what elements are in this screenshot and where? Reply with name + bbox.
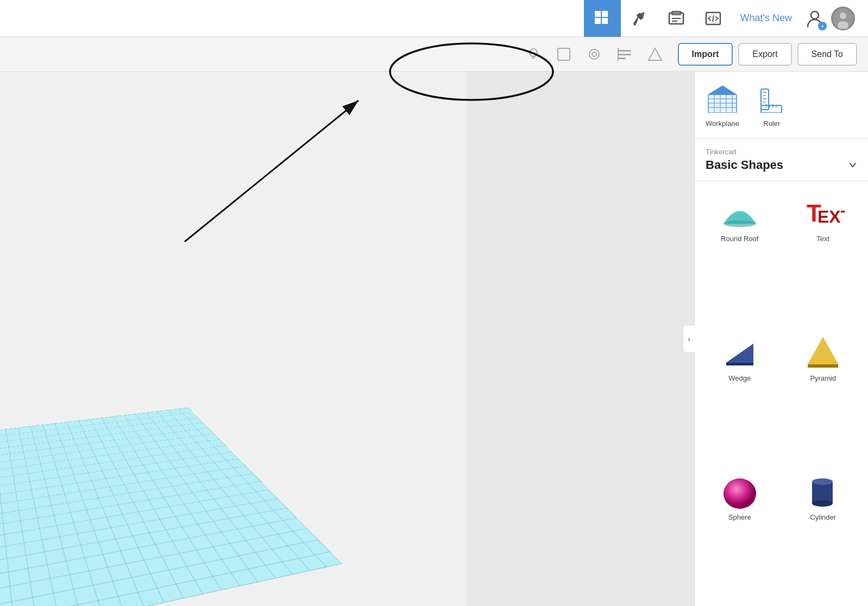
svg-point-47 xyxy=(724,220,756,227)
wedge-label: Wedge xyxy=(728,374,751,382)
svg-rect-1 xyxy=(602,11,608,17)
cylinder-label: Cylinder xyxy=(810,513,836,521)
pyramid-label: Pyramid xyxy=(810,374,836,382)
svg-line-10 xyxy=(713,16,714,21)
add-user-button[interactable]: + xyxy=(801,4,829,33)
svg-rect-16 xyxy=(558,48,570,60)
export-button[interactable]: Export xyxy=(738,43,791,66)
main-canvas[interactable] xyxy=(0,72,467,606)
ruler-label: Ruler xyxy=(763,119,780,128)
svg-point-60 xyxy=(812,478,833,485)
svg-rect-2 xyxy=(595,18,601,24)
sidebar-tools: Workplane R xyxy=(695,72,868,139)
svg-marker-56 xyxy=(808,337,838,364)
svg-point-18 xyxy=(592,52,596,56)
shape-tool-button[interactable] xyxy=(550,40,578,68)
library-title: Basic Shapes xyxy=(706,158,783,172)
align-tool-button[interactable] xyxy=(580,40,608,68)
code-blocks-button[interactable] xyxy=(695,0,732,37)
collapse-sidebar-button[interactable]: › xyxy=(683,325,695,353)
shape-item-text[interactable]: T EXT Text xyxy=(784,187,863,322)
svg-rect-0 xyxy=(595,11,601,17)
svg-rect-20 xyxy=(618,54,631,55)
triangle-tool-button[interactable] xyxy=(641,40,669,68)
sphere-label: Sphere xyxy=(728,513,751,521)
shape-library-header: Tinkercad Basic Shapes xyxy=(695,139,868,181)
cylinder-image xyxy=(801,472,845,510)
svg-marker-51 xyxy=(726,363,753,365)
ruler-tool[interactable]: Ruler xyxy=(756,83,788,128)
round-roof-label: Round Roof xyxy=(721,235,758,243)
text-image: T EXT xyxy=(801,193,845,231)
svg-point-15 xyxy=(530,49,537,56)
avatar xyxy=(831,7,855,30)
workplane-icon xyxy=(706,83,739,115)
shape-item-pyramid[interactable]: Pyramid xyxy=(784,326,863,462)
workplane-label: Workplane xyxy=(706,119,739,128)
build-button[interactable] xyxy=(621,0,658,37)
lightbulb-tool-button[interactable] xyxy=(519,40,548,68)
svg-text:EXT: EXT xyxy=(817,207,845,226)
shape-grid: Round Roof T EXT Text xyxy=(695,181,868,606)
svg-rect-21 xyxy=(618,58,626,59)
svg-rect-3 xyxy=(602,18,608,24)
right-sidebar: › Workplane xyxy=(694,72,868,606)
ruler-icon xyxy=(756,83,788,115)
top-nav: What's New + xyxy=(0,0,868,37)
library-category: Tinkercad xyxy=(706,148,857,156)
secondary-toolbar: Import Export Send To xyxy=(0,37,868,72)
workplane-grid xyxy=(0,407,342,606)
shape-item-wedge[interactable]: Wedge xyxy=(700,326,779,462)
text-label: Text xyxy=(816,235,829,243)
import-button[interactable]: Import xyxy=(678,43,733,66)
projects-button[interactable] xyxy=(658,0,695,37)
shape-item-cylinder[interactable]: Cylinder xyxy=(784,465,863,601)
svg-point-17 xyxy=(589,49,599,59)
svg-point-58 xyxy=(724,478,756,509)
pyramid-image xyxy=(801,333,845,371)
shape-item-round-roof[interactable]: Round Roof xyxy=(700,187,779,322)
wedge-image xyxy=(718,333,762,371)
grid-tool-button[interactable] xyxy=(611,40,639,68)
workplane-tool[interactable]: Workplane xyxy=(706,83,739,128)
svg-point-13 xyxy=(840,12,846,19)
dropdown-chevron-icon[interactable] xyxy=(848,161,857,169)
whats-new-button[interactable]: What's New xyxy=(732,12,801,24)
avatar-button[interactable] xyxy=(829,4,857,33)
svg-rect-19 xyxy=(618,50,631,52)
svg-marker-57 xyxy=(808,364,838,368)
svg-marker-23 xyxy=(649,48,662,60)
send-to-button[interactable]: Send To xyxy=(797,43,857,66)
svg-point-11 xyxy=(811,11,819,19)
add-badge: + xyxy=(818,22,827,30)
shape-item-sphere[interactable]: Sphere xyxy=(700,465,779,601)
svg-marker-53 xyxy=(726,344,753,363)
grid-view-button[interactable] xyxy=(584,0,621,37)
sphere-image xyxy=(718,472,762,510)
round-roof-image xyxy=(718,193,762,231)
svg-point-61 xyxy=(812,500,833,507)
